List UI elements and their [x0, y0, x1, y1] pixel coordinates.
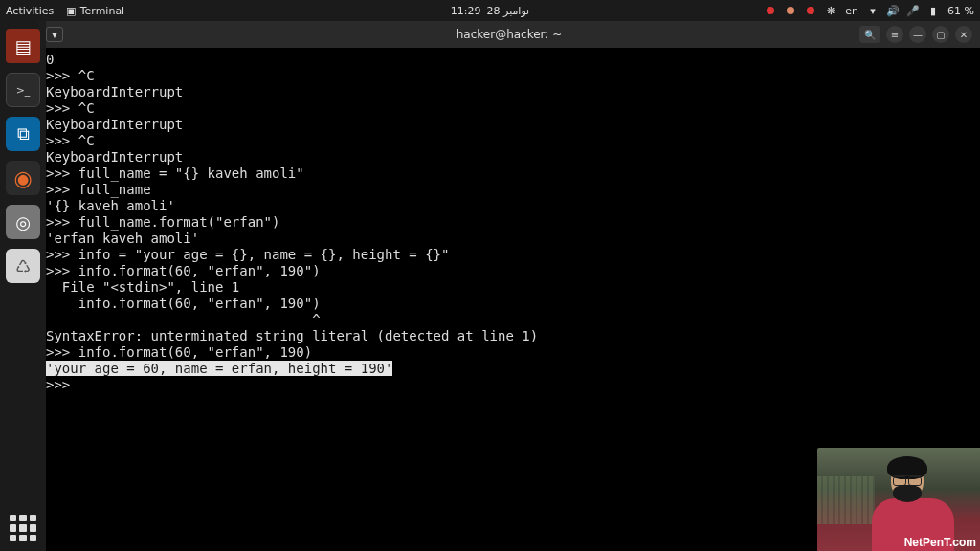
- menu-icon: ≡: [891, 30, 899, 40]
- terminal-icon: ▣: [65, 5, 77, 16]
- terminal-line: KeyboardInterrupt: [46, 117, 183, 132]
- webcam-overlay: NetPenT.com: [817, 448, 980, 551]
- terminal-line: >>> full_name.format("erfan"): [46, 214, 279, 230]
- search-button[interactable]: 🔍: [859, 26, 880, 43]
- new-tab-button[interactable]: ▾: [46, 27, 63, 42]
- search-icon: 🔍: [864, 30, 876, 40]
- terminal-line: ^: [46, 312, 321, 327]
- impress-icon: ▤: [14, 36, 31, 56]
- close-icon: ✕: [960, 30, 968, 40]
- gnome-topbar: Activities ▣ Terminal 11:29 نوامبر 28 ❋ …: [0, 0, 980, 21]
- terminal-line: >>> ^C: [46, 100, 95, 116]
- terminal-line: 0: [46, 52, 54, 67]
- activities-button[interactable]: Activities: [6, 5, 54, 17]
- dock: ▤ >_ ⧉ ◉ ◎ ♺: [0, 21, 46, 551]
- terminal-prompt: >>>: [46, 377, 78, 392]
- volume-icon[interactable]: 🔊: [887, 5, 899, 16]
- do-not-disturb-icon[interactable]: [805, 5, 816, 16]
- battery-icon[interactable]: ▮: [927, 5, 939, 16]
- terminal-line: SyntaxError: unterminated string literal…: [46, 328, 538, 343]
- dock-item-disks[interactable]: ◎: [6, 205, 40, 239]
- terminal-title: hacker@hacker: ~: [457, 28, 563, 41]
- clock[interactable]: 11:29 نوامبر 28: [451, 5, 529, 17]
- trash-icon: ♺: [15, 256, 31, 276]
- app-indicator-label: Terminal: [80, 5, 125, 17]
- firefox-icon: ◉: [13, 166, 32, 190]
- dock-item-firefox[interactable]: ◉: [6, 161, 40, 195]
- terminal-line: '{} kaveh amoli': [46, 198, 175, 213]
- disks-icon: ◎: [15, 212, 31, 232]
- terminal-line: >>> full_name: [46, 182, 151, 197]
- terminal-line: File "<stdin>", line 1: [46, 279, 239, 295]
- mic-icon[interactable]: 🎤: [907, 5, 919, 16]
- terminal-line: KeyboardInterrupt: [46, 149, 183, 165]
- terminal-line: >>> info.format(60, "erfan", 190"): [46, 263, 321, 278]
- dock-item-terminal[interactable]: >_: [6, 73, 40, 107]
- terminal-selection: 'your age = 60, name = erfan, height = 1…: [46, 361, 392, 376]
- clock-date: نوامبر 28: [487, 5, 530, 17]
- show-applications-button[interactable]: [10, 515, 36, 541]
- background-bookshelf: [817, 476, 875, 524]
- presenter-figure: [880, 460, 939, 542]
- record-icon[interactable]: [765, 5, 776, 16]
- maximize-button[interactable]: ▢: [932, 26, 949, 43]
- battery-percent: 61 %: [947, 5, 974, 17]
- app-indicator[interactable]: ▣ Terminal: [65, 5, 124, 17]
- terminal-line: KeyboardInterrupt: [46, 84, 183, 99]
- dock-item-vscode[interactable]: ⧉: [6, 117, 40, 151]
- dock-item-trash[interactable]: ♺: [6, 249, 40, 283]
- watermark: NetPenT.com: [904, 536, 976, 549]
- clock-time: 11:29: [451, 5, 481, 17]
- vscode-icon: ⧉: [17, 123, 30, 144]
- minimize-icon: —: [913, 30, 923, 40]
- terminal-line: info.format(60, "erfan", 190"): [46, 296, 321, 311]
- close-button[interactable]: ✕: [955, 26, 972, 43]
- input-source[interactable]: en: [845, 5, 858, 17]
- terminal-line: >>> full_name = "{} kaveh amoli": [46, 165, 304, 181]
- dock-item-libreoffice-impress[interactable]: ▤: [6, 29, 40, 63]
- terminal-icon: >_: [16, 84, 31, 97]
- maximize-icon: ▢: [936, 30, 945, 40]
- bluetooth-icon[interactable]: ❋: [825, 5, 836, 16]
- terminal-line: >>> info = "your age = {}, name = {}, he…: [46, 247, 449, 262]
- desktop-root: Activities ▣ Terminal 11:29 نوامبر 28 ❋ …: [0, 0, 980, 551]
- terminal-line: >>> info.format(60, "erfan", 190): [46, 344, 312, 360]
- wifi-icon[interactable]: ▾: [867, 5, 879, 16]
- terminal-line: >>> ^C: [46, 133, 95, 148]
- terminal-line: 'erfan kaveh amoli': [46, 231, 199, 246]
- terminal-line: >>> ^C: [46, 68, 95, 83]
- update-icon[interactable]: [785, 5, 796, 16]
- terminal-headerbar: ▾ hacker@hacker: ~ 🔍 ≡ — ▢ ✕: [38, 21, 980, 48]
- minimize-button[interactable]: —: [909, 26, 926, 43]
- hamburger-menu-button[interactable]: ≡: [886, 26, 903, 43]
